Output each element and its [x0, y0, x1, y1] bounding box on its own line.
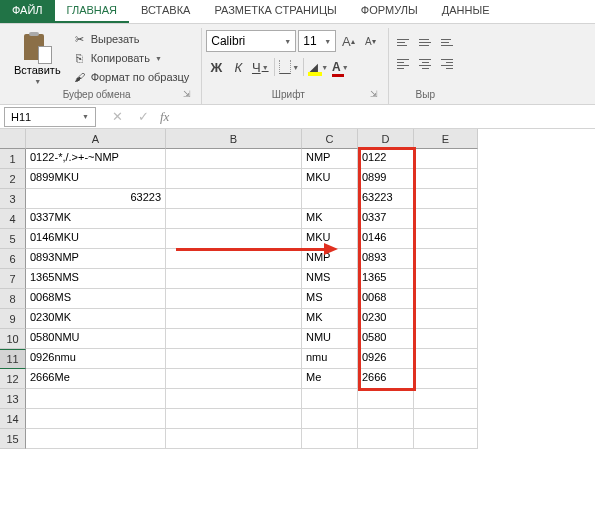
cell[interactable]: 0893NMP: [26, 249, 166, 269]
align-center-button[interactable]: [415, 54, 435, 74]
tab-formulas[interactable]: ФОРМУЛЫ: [349, 0, 430, 23]
cell[interactable]: [302, 389, 358, 409]
cell[interactable]: 0068MS: [26, 289, 166, 309]
cell[interactable]: NMP: [302, 149, 358, 169]
grow-font-button[interactable]: A▴: [338, 30, 358, 52]
cell[interactable]: [414, 229, 478, 249]
row-header[interactable]: 13: [0, 389, 26, 409]
cell[interactable]: 0580NMU: [26, 329, 166, 349]
font-name-select[interactable]: Calibri▼: [206, 30, 296, 52]
underline-button[interactable]: Ч▼: [250, 56, 270, 78]
row-header[interactable]: 2: [0, 169, 26, 189]
cell[interactable]: 63223: [26, 189, 166, 209]
cell[interactable]: 63223: [358, 189, 414, 209]
row-header[interactable]: 1: [0, 149, 26, 169]
cell[interactable]: Me: [302, 369, 358, 389]
fx-icon[interactable]: fx: [160, 109, 169, 125]
col-header-D[interactable]: D: [358, 129, 414, 149]
enter-formula-button[interactable]: ✓: [134, 109, 152, 124]
dialog-launcher-icon[interactable]: ⇲: [370, 89, 378, 99]
cell[interactable]: 0146: [358, 229, 414, 249]
row-header[interactable]: 7: [0, 269, 26, 289]
borders-button[interactable]: ▼: [279, 56, 299, 78]
cell[interactable]: [414, 169, 478, 189]
cell[interactable]: [166, 309, 302, 329]
cell[interactable]: 0230: [358, 309, 414, 329]
row-header[interactable]: 11: [0, 349, 26, 369]
cell[interactable]: 0899: [358, 169, 414, 189]
cell[interactable]: 0893: [358, 249, 414, 269]
cell[interactable]: MK: [302, 209, 358, 229]
cell[interactable]: 2666: [358, 369, 414, 389]
cell[interactable]: [26, 409, 166, 429]
cell[interactable]: [166, 409, 302, 429]
col-header-B[interactable]: B: [166, 129, 302, 149]
cell[interactable]: [166, 189, 302, 209]
cell[interactable]: [166, 369, 302, 389]
cell[interactable]: NMS: [302, 269, 358, 289]
cell[interactable]: [414, 209, 478, 229]
cell[interactable]: [302, 409, 358, 429]
align-top-button[interactable]: [393, 32, 413, 52]
paste-button[interactable]: Вставить ▼: [10, 30, 65, 87]
cell[interactable]: 0926nmu: [26, 349, 166, 369]
shrink-font-button[interactable]: A▾: [360, 30, 380, 52]
cell[interactable]: 0122: [358, 149, 414, 169]
cell[interactable]: [414, 349, 478, 369]
cell[interactable]: 0146MKU: [26, 229, 166, 249]
cell[interactable]: [166, 289, 302, 309]
align-right-button[interactable]: [437, 54, 457, 74]
cell[interactable]: 0580: [358, 329, 414, 349]
cell[interactable]: 1365NMS: [26, 269, 166, 289]
fill-color-button[interactable]: ◢▼: [308, 56, 328, 78]
name-box[interactable]: H11▼: [4, 107, 96, 127]
row-header[interactable]: 9: [0, 309, 26, 329]
cell[interactable]: [358, 429, 414, 449]
cell[interactable]: [414, 149, 478, 169]
cell[interactable]: [166, 349, 302, 369]
col-header-C[interactable]: C: [302, 129, 358, 149]
cell[interactable]: [26, 429, 166, 449]
cell[interactable]: [414, 249, 478, 269]
tab-home[interactable]: ГЛАВНАЯ: [55, 0, 129, 23]
cell[interactable]: [414, 289, 478, 309]
cell[interactable]: [166, 229, 302, 249]
row-header[interactable]: 8: [0, 289, 26, 309]
cell[interactable]: 1365: [358, 269, 414, 289]
cell[interactable]: [166, 389, 302, 409]
cell[interactable]: MS: [302, 289, 358, 309]
cell[interactable]: [414, 369, 478, 389]
italic-button[interactable]: К: [228, 56, 248, 78]
cell[interactable]: [166, 249, 302, 269]
copy-button[interactable]: ⎘Копировать▼: [69, 49, 194, 67]
cancel-formula-button[interactable]: ✕: [108, 109, 126, 124]
cell[interactable]: [26, 389, 166, 409]
cell[interactable]: [414, 309, 478, 329]
cell[interactable]: [358, 409, 414, 429]
formula-input[interactable]: [177, 107, 595, 127]
tab-file[interactable]: ФАЙЛ: [0, 0, 55, 23]
row-header[interactable]: 4: [0, 209, 26, 229]
format-painter-button[interactable]: 🖌Формат по образцу: [69, 68, 194, 86]
cell[interactable]: 0899MKU: [26, 169, 166, 189]
select-all-corner[interactable]: [0, 129, 26, 149]
cell[interactable]: NMP: [302, 249, 358, 269]
row-header[interactable]: 3: [0, 189, 26, 209]
tab-insert[interactable]: ВСТАВКА: [129, 0, 202, 23]
cell[interactable]: MK: [302, 309, 358, 329]
cell[interactable]: 0230MK: [26, 309, 166, 329]
row-header[interactable]: 6: [0, 249, 26, 269]
cell[interactable]: 0122-*,/.>+-~NMP: [26, 149, 166, 169]
col-header-E[interactable]: E: [414, 129, 478, 149]
cell[interactable]: 0337MK: [26, 209, 166, 229]
tab-data[interactable]: ДАННЫЕ: [430, 0, 502, 23]
row-header[interactable]: 12: [0, 369, 26, 389]
font-color-button[interactable]: A▼: [330, 56, 350, 78]
cell[interactable]: [414, 329, 478, 349]
cell[interactable]: [166, 329, 302, 349]
align-bottom-button[interactable]: [437, 32, 457, 52]
cut-button[interactable]: ✂Вырезать: [69, 30, 194, 48]
cell[interactable]: NMU: [302, 329, 358, 349]
row-header[interactable]: 5: [0, 229, 26, 249]
cell[interactable]: [166, 149, 302, 169]
